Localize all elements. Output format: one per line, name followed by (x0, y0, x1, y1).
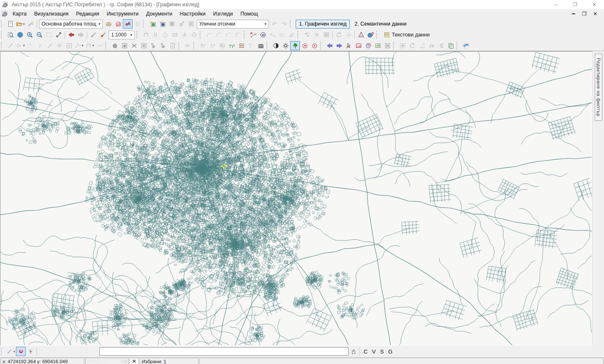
workspace-combo[interactable]: Основна работна площ▾ (39, 20, 103, 29)
region-delete-icon (131, 42, 138, 49)
h-object-button[interactable]: H (258, 30, 268, 39)
lock-scale-button[interactable] (349, 347, 358, 356)
menu-nastroiki[interactable]: Настройки (176, 10, 209, 18)
menu-izgledi[interactable]: Изгледи (209, 10, 237, 18)
chevron-down-icon: ▾ (23, 44, 25, 47)
identify-object-button[interactable]: ? (366, 30, 375, 39)
command-input[interactable] (99, 347, 349, 356)
cut-region-button: ✂ (183, 41, 193, 50)
draw-contour-icon (143, 31, 149, 38)
toolbar-separator (359, 348, 360, 356)
chevron-down-icon[interactable]: ▾ (96, 22, 102, 26)
tab-graphic-view[interactable]: 1. Графичен изглед (296, 20, 350, 29)
copy-object-button[interactable] (446, 41, 456, 50)
drop-nodes-button (55, 41, 64, 50)
add-region-point-button[interactable] (300, 41, 310, 50)
application-window: Акстър 2015 ( Акстър ГИС Потребител ) - … (0, 0, 604, 364)
region-delete-window-button (139, 41, 148, 50)
duplicate-view-icon (169, 21, 175, 27)
mirror-object-button (427, 41, 436, 50)
next-object-button[interactable] (334, 41, 344, 50)
map-frame-button[interactable] (373, 41, 383, 50)
svg-text:R: R (250, 32, 253, 35)
ray-lines-icon (289, 31, 295, 38)
child-minimize-button[interactable]: ━ (568, 11, 579, 17)
menu-dokumenti[interactable]: Документи (142, 10, 176, 18)
tab-semantic-data[interactable]: 2. Семантични данни (351, 20, 410, 29)
tools-wand-button[interactable] (26, 19, 35, 29)
slope-labels-button: 40--5- (246, 41, 256, 50)
layers-icon (105, 21, 112, 27)
previous-view-button[interactable] (66, 30, 76, 39)
area-labels-button[interactable]: o (354, 41, 363, 50)
chevron-down-icon[interactable]: ▾ (128, 33, 134, 37)
corner-trim-icon (235, 31, 242, 38)
zoom-out-icon (36, 31, 43, 38)
open-document-button[interactable]: ▾ (15, 19, 26, 29)
contrast-button[interactable] (271, 41, 281, 50)
window-close-button[interactable]: ✕ (585, 0, 604, 9)
close-view-icon (188, 21, 195, 27)
region-centroid-button[interactable] (310, 41, 319, 50)
snap-mode-button[interactable]: ▾ (5, 347, 16, 356)
text-data-button[interactable]: Текстови данни (381, 30, 432, 39)
angle-measure-button[interactable] (356, 30, 366, 39)
contours-layer-button[interactable] (237, 41, 246, 50)
chevron-down-icon[interactable]: ▾ (263, 22, 268, 26)
new-graphic-view-button[interactable] (148, 19, 157, 29)
delete-window-icon (323, 31, 330, 38)
menu-redakcia[interactable]: Редакция (72, 10, 103, 18)
toolbar-grip (266, 42, 270, 49)
new-document-button[interactable] (5, 19, 15, 29)
labels-visibility-button[interactable]: ab (123, 19, 133, 29)
menu-karta[interactable]: Карта (9, 10, 30, 18)
radius-dimension-button[interactable]: R (248, 30, 258, 39)
smooth-line-button (95, 41, 104, 50)
coordinates-value: x: 4724192.364 y: 690416.049 (3, 359, 68, 364)
child-restore-button[interactable]: ❐ (579, 11, 590, 17)
toolbar-grip (456, 42, 460, 49)
window-restore-button[interactable]: ❐ (565, 0, 585, 9)
new-semantic-view-button[interactable] (157, 19, 167, 29)
vegetation-layer-button[interactable] (227, 41, 237, 50)
rotate-view-icon (336, 31, 342, 38)
redraw-all-button[interactable] (98, 30, 108, 39)
filter-edit-tab[interactable]: Редактиране на филтър (595, 54, 602, 121)
region-small-icon (150, 42, 157, 49)
pan-view-icon (55, 31, 62, 38)
world-view-button[interactable] (15, 30, 25, 39)
child-close-button[interactable]: ✕ (590, 11, 601, 17)
zoom-in-button[interactable] (25, 30, 34, 39)
refresh-view-button[interactable] (89, 30, 98, 39)
map-canvas[interactable] (0, 52, 592, 345)
brightness-button[interactable] (281, 41, 290, 50)
google-earth-button[interactable] (461, 41, 471, 50)
area-contour-button[interactable] (363, 41, 373, 50)
clear-selection-button[interactable]: ✕ (130, 358, 139, 364)
railway-layer-button[interactable] (256, 41, 266, 50)
menu-pomosht[interactable]: Помощ (237, 10, 262, 18)
layer-combo[interactable]: Улични отсечки▾ (197, 20, 269, 29)
zoom-out-button[interactable] (34, 30, 44, 39)
green-areas-button[interactable] (290, 41, 300, 50)
pan-view-button[interactable] (54, 30, 63, 39)
toolbar-grip (1, 20, 5, 28)
svg-text:A: A (347, 33, 350, 37)
previous-object-button[interactable] (325, 41, 334, 50)
fillet-corner-icon (216, 31, 222, 38)
pick-object-button[interactable] (344, 41, 354, 50)
coordinate-entry-button[interactable] (26, 347, 35, 356)
zoom-extents-button[interactable] (5, 30, 15, 39)
zoom-in-icon (26, 31, 33, 38)
menu-instrumenti[interactable]: Инструменти (103, 10, 142, 18)
menu-vizualizacia[interactable]: Визуализация (30, 10, 72, 18)
toolbar-grip (136, 31, 140, 39)
scale-combo[interactable]: 1:1000▾ (109, 31, 135, 39)
window-minimize-button[interactable]: ─ (546, 0, 565, 9)
toolbar-separator (36, 348, 37, 356)
labels-visibility-icon: ab (125, 21, 131, 27)
segment-direction-button: ▾ (15, 41, 26, 50)
snap-toggle-button[interactable] (16, 347, 26, 356)
red-hatch-button[interactable] (113, 19, 123, 29)
layers-button[interactable] (104, 19, 113, 29)
